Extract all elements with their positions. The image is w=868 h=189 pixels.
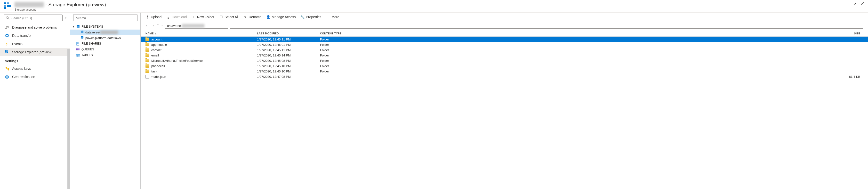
folder-icon [146, 69, 149, 73]
person-icon: 👤 [267, 15, 270, 19]
tree-group-file-shares[interactable]: FILE SHARES [70, 41, 141, 46]
nav-item-label: Storage Explorer (preview) [12, 50, 53, 54]
nav-item-label: Access keys [12, 67, 31, 70]
nav-item-label: Events [12, 42, 23, 46]
table-icon [76, 53, 80, 57]
row-name: Microsoft.Athena.TrickleFeedService [151, 59, 203, 63]
row-type: Folder [320, 54, 359, 57]
caret-right-icon [72, 48, 75, 51]
row-name: phonecall [151, 64, 165, 68]
nav-item-diagnose[interactable]: Diagnose and solve problems [0, 23, 70, 32]
nav-item-access-keys[interactable]: Access keys [0, 64, 70, 73]
globe-icon [5, 75, 9, 79]
caret-right-icon [72, 54, 75, 57]
page-title: ████████ - Storage Explorer (preview) [14, 2, 106, 7]
folder-icon [146, 37, 149, 41]
table-row[interactable]: Microsoft.Athena.TrickleFeedService1/27/… [141, 58, 868, 63]
wrench-icon [5, 25, 9, 30]
svg-point-7 [6, 34, 8, 35]
select-all-button[interactable]: ☐Select All [219, 15, 239, 19]
collapse-nav-icon[interactable]: « [64, 16, 66, 20]
row-modified: 1/27/2020, 12:45:11 PM [257, 37, 320, 41]
svg-rect-1 [7, 2, 9, 4]
col-size-header[interactable]: SIZE [844, 32, 863, 35]
table-row[interactable]: task1/27/2020, 12:45:10 PMFolder [141, 69, 868, 74]
svg-rect-5 [4, 7, 6, 9]
wrench-icon: 🔧 [301, 15, 305, 19]
pin-icon[interactable] [852, 2, 856, 6]
col-modified-header[interactable]: LAST MODIFIED [257, 32, 320, 35]
tree-item-power-platform-dataflows[interactable]: power-platform-dataflows [70, 35, 141, 41]
row-type: Folder [320, 37, 359, 41]
path-extra[interactable] [230, 23, 863, 29]
row-modified: 1/27/2020, 12:47:08 PM [257, 75, 320, 78]
scrollbar[interactable] [67, 49, 70, 189]
col-name-header[interactable]: NAME ▲ [146, 32, 257, 35]
svg-point-6 [6, 17, 8, 19]
nav-item-events[interactable]: Events [0, 40, 70, 48]
row-name: account [151, 37, 162, 41]
svg-point-15 [76, 25, 80, 26]
left-nav: « Diagnose and solve problems Data trans… [0, 12, 70, 189]
svg-rect-2 [4, 5, 6, 7]
row-type: Folder [320, 64, 359, 68]
nav-item-transfer[interactable]: Data transfer [0, 32, 70, 40]
nav-down-icon[interactable]: ˅ [157, 24, 159, 28]
tree-group-tables[interactable]: TABLES [70, 52, 141, 58]
row-type: Folder [320, 59, 359, 63]
nav-item-geo-replication[interactable]: Geo-replication [0, 73, 70, 81]
toolbar: ⭱Upload ⭳Download ＋New Folder ☐Select Al… [141, 12, 868, 21]
folder-icon [146, 43, 149, 46]
tree-group-label: FILE SHARES [82, 42, 101, 45]
row-modified: 1/27/2020, 12:45:11 PM [257, 48, 320, 52]
ellipsis-icon: ⋯ [326, 15, 330, 19]
tree-search-input[interactable] [73, 14, 137, 21]
folder-icon [146, 48, 149, 52]
table-row[interactable]: account1/27/2020, 12:45:11 PMFolder [141, 37, 868, 42]
table-row[interactable]: model.json1/27/2020, 12:47:08 PM61.4 KB [141, 74, 868, 79]
tree-item-label: power-platform-dataflows [85, 36, 121, 40]
table-header: NAME ▲ LAST MODIFIED CONTENT TYPE SIZE [141, 30, 868, 37]
table-row[interactable]: phonecall1/27/2020, 12:45:10 PMFolder [141, 63, 868, 69]
nav-back-icon[interactable]: ← [146, 24, 149, 28]
svg-rect-9 [7, 51, 8, 52]
folder-icon [146, 59, 149, 62]
row-type: Folder [320, 69, 359, 73]
window-header: ████████ - Storage Explorer (preview) St… [0, 0, 868, 12]
table-row[interactable]: email1/27/2020, 12:45:14 PMFolder [141, 53, 868, 58]
row-size: 61.4 KB [844, 75, 863, 78]
table-row[interactable]: contact1/27/2020, 12:45:11 PMFolder [141, 47, 868, 53]
tree-item-dataverse[interactable]: dataverse-████████ [70, 30, 141, 35]
tree-group-queues[interactable]: QUEUES [70, 46, 141, 52]
svg-rect-22 [76, 54, 80, 55]
tree-group-file-systems[interactable]: ▾ FILE SYSTEMS [70, 24, 141, 30]
row-modified: 1/27/2020, 12:45:14 PM [257, 54, 320, 57]
close-icon[interactable] [860, 2, 864, 6]
tree-group-label: FILE SYSTEMS [82, 25, 103, 28]
nav-item-storage-explorer[interactable]: Storage Explorer (preview) [0, 48, 70, 56]
folder-icon [146, 54, 149, 57]
nav-search-input[interactable] [4, 14, 63, 21]
table-row[interactable]: appmodule1/27/2020, 12:46:01 PMFolder [141, 42, 868, 47]
fileshare-icon [76, 42, 80, 45]
row-name: model.json [151, 75, 166, 78]
nav-item-label: Data transfer [12, 34, 32, 37]
path-input[interactable]: dataverse-██████████ [165, 23, 228, 29]
rename-button[interactable]: ✎Rename [243, 15, 261, 19]
nav-forward-icon[interactable]: → [151, 24, 155, 28]
svg-rect-4 [9, 5, 11, 7]
more-button[interactable]: ⋯More [326, 15, 339, 19]
properties-button[interactable]: 🔧Properties [301, 15, 321, 19]
upload-button[interactable]: ⭱Upload [146, 15, 161, 19]
new-folder-button[interactable]: ＋New Folder [192, 15, 215, 19]
svg-rect-21 [79, 49, 80, 51]
svg-rect-8 [5, 51, 6, 52]
svg-rect-11 [7, 52, 8, 53]
row-name: email [151, 54, 159, 57]
col-type-header[interactable]: CONTENT TYPE [320, 32, 359, 35]
upload-icon: ⭱ [146, 15, 149, 19]
main-panel: ⭱Upload ⭳Download ＋New Folder ☐Select Al… [141, 12, 868, 189]
row-name: task [151, 69, 157, 73]
nav-up-icon[interactable]: ↑ [161, 24, 163, 28]
manage-access-button[interactable]: 👤Manage Access [267, 15, 296, 19]
